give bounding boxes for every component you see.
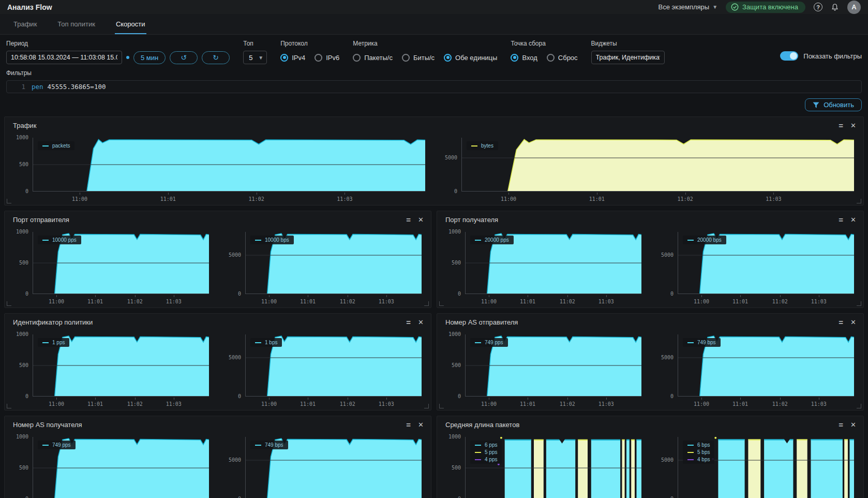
period-input[interactable]	[6, 51, 122, 64]
panel-close-icon[interactable]: ✕	[850, 421, 856, 428]
legend-item[interactable]: 5 pps	[475, 449, 497, 455]
chart-plot[interactable]: bytes	[461, 138, 854, 192]
help-button[interactable]: ?	[814, 3, 822, 11]
legend-item[interactable]: bytes	[471, 143, 493, 149]
panel-corner	[7, 199, 11, 203]
panel-drag-icon[interactable]: =	[839, 318, 843, 326]
top-select[interactable]: 5 ▼	[243, 51, 267, 64]
filter-expression-editor[interactable]: 1 pen 45555.36865=100	[6, 80, 862, 93]
legend-series-label: 20000 bps	[697, 237, 722, 243]
y-axis-tick: 5000	[435, 155, 457, 160]
x-axis-tick: 11:03	[166, 299, 182, 304]
chart-plot[interactable]: 6 pps5 pps4 pps	[465, 437, 641, 498]
chart-plot[interactable]: 749 pps	[33, 437, 209, 498]
chart-plot[interactable]: 20000 pps	[465, 232, 641, 294]
panel-close-icon[interactable]: ✕	[850, 122, 856, 129]
panel-resize-handle[interactable]	[424, 404, 429, 408]
panel-resize-handle[interactable]	[857, 404, 861, 408]
radio-drop[interactable]: Сброс	[547, 54, 578, 62]
legend-item[interactable]: 749 pps	[475, 340, 503, 345]
legend-item[interactable]: 6 bps	[687, 442, 710, 448]
user-avatar[interactable]: A	[847, 1, 861, 14]
chart-legend: 6 bps5 bps4 bps	[683, 441, 714, 464]
refresh-button[interactable]: Обновить	[805, 98, 862, 111]
chart-plot[interactable]: 1 bps	[245, 334, 422, 397]
chart-plot[interactable]: 6 bps5 bps4 bps	[678, 437, 854, 498]
chart: 10005000749 pps11:0011:0111:0211:03	[438, 329, 646, 408]
chart-plot[interactable]: 749 pps	[465, 334, 641, 397]
legend-item[interactable]: packets	[42, 143, 70, 149]
panel-close-icon[interactable]: ✕	[850, 319, 856, 326]
widgets-group: Виджеты	[591, 40, 665, 64]
radio-ipv6[interactable]: IPv6	[315, 54, 339, 62]
y-axis-tick: 0	[438, 393, 461, 399]
redo-button[interactable]: ↻	[202, 51, 230, 64]
panel-drag-icon[interactable]: =	[839, 216, 843, 224]
legend-item[interactable]: 4 bps	[687, 457, 710, 462]
panel-drag-icon[interactable]: =	[839, 421, 843, 429]
panel-close-icon[interactable]: ✕	[418, 421, 424, 428]
chart-plot[interactable]: 749 bps	[245, 437, 422, 498]
radio-both-units[interactable]: Обе единицы	[444, 54, 497, 62]
panel-drag-icon[interactable]: =	[839, 122, 843, 129]
radio-bits-per-sec[interactable]: Биты/с	[402, 54, 435, 62]
y-axis-tick: 5000	[218, 252, 241, 258]
undo-button[interactable]: ↺	[170, 51, 198, 64]
x-axis-tick: 11:02	[127, 401, 143, 407]
panel-resize-handle[interactable]	[857, 199, 861, 203]
radio-inbound[interactable]: Вход	[511, 54, 537, 62]
chart-plot[interactable]: packets	[33, 138, 425, 192]
legend-item[interactable]: 4 pps	[475, 457, 497, 462]
y-axis-tick: 500	[6, 465, 28, 471]
radio-packets-per-sec[interactable]: Пакеты/с	[353, 54, 393, 62]
panel-title: Трафик	[13, 122, 36, 129]
legend-item[interactable]: 20000 bps	[687, 237, 722, 243]
tab-top-policies[interactable]: Топ политик	[56, 14, 96, 34]
panel-drag-icon[interactable]: =	[406, 421, 411, 429]
tab-rates[interactable]: Скорости	[115, 14, 146, 34]
panel-drag-icon[interactable]: =	[406, 216, 411, 224]
chart-canvas[interactable]	[33, 138, 425, 192]
y-axis-tick: 500	[6, 362, 28, 368]
chart: 5000010000 bps11:0011:0111:0211:03	[218, 227, 426, 305]
panel-close-icon[interactable]: ✕	[418, 319, 424, 326]
panel-resize-handle[interactable]	[857, 301, 861, 306]
panel-resize-handle[interactable]	[424, 301, 429, 306]
x-axis-tick: 11:03	[811, 401, 827, 407]
x-axis-tick: 11:03	[811, 299, 827, 304]
panel-drag-icon[interactable]: =	[406, 318, 411, 326]
legend-item[interactable]: 1 pps	[42, 340, 65, 345]
legend-item[interactable]: 6 pps	[475, 442, 497, 448]
y-axis-tick: 500	[438, 260, 461, 266]
panel-charts: 10005000packets11:0011:0111:0211:0350000…	[5, 133, 863, 203]
top-group: Топ 5 ▼	[243, 40, 267, 64]
radio-dot	[547, 54, 555, 62]
legend-item[interactable]: 20000 pps	[475, 237, 509, 243]
tab-traffic[interactable]: Трафик	[12, 14, 38, 34]
legend-item[interactable]: 749 bps	[687, 340, 716, 345]
chart-canvas[interactable]	[461, 138, 854, 192]
chart-plot[interactable]: 1 pps	[33, 334, 209, 397]
chart-plot[interactable]: 749 bps	[678, 334, 854, 397]
redo-icon: ↻	[213, 53, 219, 62]
chart-plot[interactable]: 10000 bps	[245, 232, 422, 294]
quick-range-button[interactable]: 5 мин	[133, 51, 166, 64]
panel-close-icon[interactable]: ✕	[850, 216, 856, 223]
notifications-button[interactable]	[831, 3, 839, 11]
widgets-input[interactable]	[591, 51, 665, 64]
legend-item[interactable]: 10000 pps	[42, 237, 77, 243]
show-filters-toggle[interactable]	[780, 51, 798, 61]
radio-ipv4[interactable]: IPv4	[280, 54, 305, 62]
chart-legend: 1 bps	[250, 338, 282, 347]
chart-plot[interactable]: 20000 bps	[678, 232, 854, 294]
legend-item[interactable]: 10000 bps	[255, 237, 289, 243]
legend-item[interactable]: 5 bps	[687, 449, 710, 455]
legend-item[interactable]: 749 bps	[255, 442, 283, 448]
chart-plot[interactable]: 10000 pps	[33, 232, 209, 294]
legend-item[interactable]: 749 pps	[42, 442, 71, 448]
x-axis-tick: 11:02	[772, 299, 788, 304]
instances-dropdown[interactable]: Все экземпляры ▼	[658, 3, 717, 11]
panel-title: Номер AS отправителя	[445, 318, 518, 326]
legend-item[interactable]: 1 bps	[255, 340, 277, 345]
panel-close-icon[interactable]: ✕	[418, 216, 424, 223]
